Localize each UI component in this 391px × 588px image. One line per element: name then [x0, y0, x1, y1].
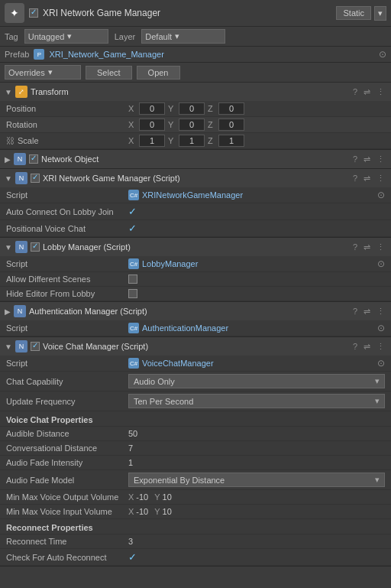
position-z-input[interactable]: 0: [218, 102, 244, 115]
transform-settings-icon[interactable]: ⇌: [362, 87, 372, 97]
transform-collapse: ▼: [5, 88, 12, 96]
voice-settings-icon[interactable]: ⇌: [362, 342, 372, 352]
conv-dist-value[interactable]: 7: [128, 443, 133, 453]
xri-script-name[interactable]: XRINetworkGameManager: [142, 190, 243, 200]
network-object-help-icon[interactable]: ?: [351, 154, 359, 164]
auth-settings-icon[interactable]: ⇌: [362, 307, 372, 317]
active-checkbox[interactable]: [29, 8, 38, 18]
auth-help-icon[interactable]: ?: [351, 307, 359, 316]
min-max-in-y-axis: Y: [154, 507, 160, 516]
lobby-manager-section-icons: ? ⇌ ⋮: [351, 242, 386, 252]
min-max-in-y-val[interactable]: 10: [163, 507, 172, 516]
overrides-select[interactable]: Overrides ▾: [5, 65, 81, 80]
hide-editor-checkbox[interactable]: [128, 289, 137, 298]
lobby-script-name[interactable]: LobbyManager: [142, 259, 198, 268]
voice-chat-header[interactable]: ▼ N Voice Chat Manager (Script) ? ⇌ ⋮: [0, 337, 391, 356]
check-reconnect-checkbox[interactable]: ✓: [128, 551, 137, 563]
lobby-script-value: C# LobbyManager: [128, 258, 377, 269]
prefab-name[interactable]: XRI_Network_Game_Manager: [49, 50, 163, 59]
voice-script-goto[interactable]: ⊙: [377, 358, 385, 369]
tag-select[interactable]: Untagged ▾: [24, 29, 108, 44]
min-max-in-x-val[interactable]: -10: [136, 507, 148, 516]
fade-model-select[interactable]: Exponential By Distance ▾: [128, 473, 385, 487]
xri-script-help-icon[interactable]: ?: [351, 174, 359, 183]
lobby-script-goto[interactable]: ⊙: [377, 258, 385, 269]
fade-intensity-value[interactable]: 1: [128, 458, 133, 467]
auth-manager-header[interactable]: ▶ N Authentication Manager (Script) ? ⇌ …: [0, 302, 391, 320]
rotation-row: Rotation X 0 Y 0 Z 0: [0, 117, 391, 133]
min-max-in-x-item: X -10: [128, 507, 148, 516]
static-button[interactable]: Static: [336, 6, 371, 20]
xri-script-header[interactable]: ▼ N XRI Network Game Manager (Script) ? …: [0, 169, 391, 187]
update-freq-select[interactable]: Ten Per Second ▾: [128, 394, 385, 408]
scale-y-input[interactable]: 1: [179, 135, 205, 147]
network-object-header[interactable]: ▶ N Network Object ? ⇌ ⋮: [0, 150, 391, 168]
prefab-goto[interactable]: ⊙: [379, 49, 386, 60]
position-x-input[interactable]: 0: [139, 102, 165, 115]
transform-section: ▼ ⤢ Transform ? ⇌ ⋮ Position X 0 Y 0 Z: [0, 83, 391, 150]
voice-props-title: Voice Chat Properties: [6, 415, 93, 424]
allow-scenes-checkbox[interactable]: [128, 275, 137, 284]
position-y-input[interactable]: 0: [179, 102, 205, 115]
chat-capability-select[interactable]: Audio Only ▾: [128, 374, 385, 388]
auth-script-name[interactable]: AuthenticationManager: [142, 323, 228, 333]
auth-manager-body: Script C# AuthenticationManager ⊙: [0, 320, 391, 336]
voice-chat-collapse: ▼: [5, 343, 12, 351]
lobby-help-icon[interactable]: ?: [351, 242, 359, 252]
fade-model-arrow: ▾: [375, 475, 380, 485]
rotation-x-input[interactable]: 0: [139, 119, 165, 131]
xri-script-checkbox[interactable]: [31, 174, 40, 183]
auto-connect-checkbox[interactable]: ✓: [128, 206, 137, 217]
network-object-settings-icon[interactable]: ⇌: [362, 154, 372, 164]
voice-chat-section: ▼ N Voice Chat Manager (Script) ? ⇌ ⋮ Sc…: [0, 337, 391, 567]
rotation-z-axis: Z: [208, 120, 217, 129]
auto-connect-label: Auto Connect On Lobby Join: [6, 207, 128, 216]
xri-script-goto[interactable]: ⊙: [377, 190, 385, 200]
top-bar: ✦ XRI Network Game Manager Static ▾: [0, 0, 391, 27]
transform-more-icon[interactable]: ⋮: [375, 87, 386, 97]
reconnect-header: Reconnect Properties: [0, 519, 391, 534]
update-freq-row: Update Frequency Ten Per Second ▾: [0, 391, 391, 411]
auth-script-goto[interactable]: ⊙: [377, 323, 385, 333]
rotation-z-item: Z 0: [208, 119, 244, 131]
lobby-manager-checkbox[interactable]: [31, 242, 40, 252]
transform-header[interactable]: ▼ ⤢ Transform ? ⇌ ⋮: [0, 83, 391, 101]
transform-help-icon[interactable]: ?: [351, 87, 359, 96]
xri-script-more-icon[interactable]: ⋮: [375, 174, 386, 184]
layer-label: Layer: [115, 32, 136, 41]
scale-x-input[interactable]: 1: [139, 135, 165, 147]
lobby-manager-header[interactable]: ▼ N Lobby Manager (Script) ? ⇌ ⋮: [0, 238, 391, 256]
xri-script-icon: N: [15, 172, 27, 184]
rotation-z-input[interactable]: 0: [218, 119, 244, 131]
xri-script-label: Script: [6, 190, 128, 200]
voice-script-name[interactable]: VoiceChatManager: [142, 359, 214, 368]
rotation-y-input[interactable]: 0: [179, 119, 205, 131]
min-max-out-y-val[interactable]: 10: [163, 492, 172, 502]
layer-select[interactable]: Default ▾: [141, 29, 225, 44]
network-object-more-icon[interactable]: ⋮: [375, 154, 386, 164]
positional-voice-checkbox[interactable]: ✓: [128, 223, 137, 234]
network-object-title: Network Object: [41, 154, 348, 164]
lobby-settings-icon[interactable]: ⇌: [362, 242, 372, 252]
network-object-collapse: ▶: [5, 155, 11, 164]
reconnect-time-value[interactable]: 3: [128, 537, 133, 546]
static-dropdown[interactable]: ▾: [374, 6, 386, 21]
min-max-out-x-val[interactable]: -10: [136, 492, 148, 502]
object-title: XRI Network Game Manager: [43, 8, 160, 18]
voice-chat-checkbox[interactable]: [31, 342, 40, 351]
select-button[interactable]: Select: [86, 66, 132, 80]
auth-manager-title: Authentication Manager (Script): [29, 307, 348, 316]
open-button[interactable]: Open: [137, 66, 180, 80]
scale-z-input[interactable]: 1: [218, 135, 244, 147]
update-freq-value: Ten Per Second: [134, 397, 193, 406]
voice-more-icon[interactable]: ⋮: [375, 342, 386, 352]
audible-dist-value[interactable]: 50: [128, 429, 137, 438]
auth-script-value: C# AuthenticationManager: [128, 323, 377, 333]
network-object-checkbox[interactable]: [29, 154, 38, 164]
lobby-more-icon[interactable]: ⋮: [375, 242, 386, 252]
auth-more-icon[interactable]: ⋮: [375, 307, 386, 317]
scale-x-axis: X: [128, 136, 137, 145]
voice-help-icon[interactable]: ?: [351, 342, 359, 351]
xri-script-settings-icon[interactable]: ⇌: [362, 174, 372, 184]
static-badge: Static ▾: [336, 6, 386, 21]
